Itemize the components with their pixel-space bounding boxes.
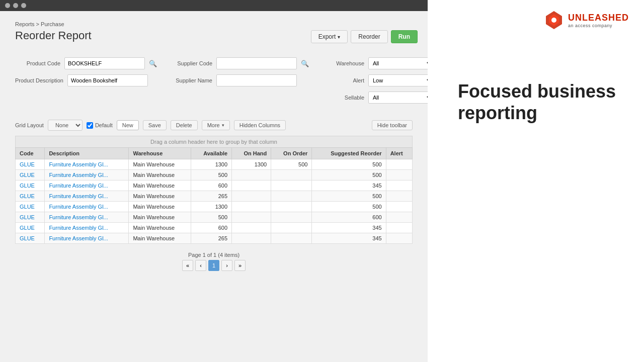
logo-area: UNLEASHED an access company <box>544 10 629 30</box>
supplier-code-search-icon[interactable]: 🔍 <box>301 60 309 67</box>
cell-on-hand: 1300 <box>232 159 271 170</box>
breadcrumb-purchase[interactable]: Purchase <box>41 21 64 27</box>
save-button[interactable]: Save <box>143 120 167 130</box>
cell-available: 265 <box>191 191 232 202</box>
cell-description[interactable]: Furniture Assembly Gl... <box>45 180 129 191</box>
col-warehouse: Warehouse <box>129 148 191 159</box>
warehouse-row: Warehouse All Main Warehouse <box>319 57 428 69</box>
cell-warehouse: Main Warehouse <box>129 180 191 191</box>
export-button[interactable]: Export <box>311 30 348 43</box>
window-dot-1 <box>5 3 10 8</box>
run-button[interactable]: Run <box>391 30 418 43</box>
cell-description[interactable]: Furniture Assembly Gl... <box>45 170 129 180</box>
logo-name: UNLEASHED <box>568 13 629 23</box>
unleashed-logo-icon <box>544 10 564 30</box>
logo-subtitle: an access company <box>568 23 629 28</box>
cell-alert <box>386 159 412 170</box>
default-checkbox[interactable] <box>87 122 93 129</box>
cell-code[interactable]: GLUE <box>16 180 45 191</box>
breadcrumb-reports[interactable]: Reports <box>15 21 35 27</box>
cell-on-order <box>271 191 312 202</box>
grid-layout-label: Grid Layout <box>15 122 44 128</box>
cell-warehouse: Main Warehouse <box>129 191 191 202</box>
col-code: Code <box>16 148 45 159</box>
cell-description[interactable]: Furniture Assembly Gl... <box>45 223 129 233</box>
left-panel: Export Reorder Run Reports > Purchase Re… <box>0 0 428 362</box>
product-desc-input[interactable] <box>67 74 148 86</box>
col-alert: Alert <box>386 148 412 159</box>
cell-code[interactable]: GLUE <box>16 191 45 202</box>
cell-on-hand <box>232 191 271 202</box>
page-1-button[interactable]: 1 <box>208 260 219 271</box>
cell-description[interactable]: Furniture Assembly Gl... <box>45 191 129 202</box>
cell-available: 600 <box>191 180 232 191</box>
cell-on-hand <box>232 212 271 223</box>
supplier-name-label: Supplier Name <box>167 77 212 83</box>
supplier-code-row: Supplier Code 🔍 <box>167 57 309 69</box>
cell-code[interactable]: GLUE <box>16 202 45 212</box>
warehouse-select[interactable]: All Main Warehouse <box>368 57 428 69</box>
cell-alert <box>386 233 412 244</box>
cell-on-order <box>271 212 312 223</box>
alert-label: Alert <box>319 77 364 83</box>
hidden-columns-button[interactable]: Hidden Columns <box>234 120 286 130</box>
product-code-row: Product Code 🔍 <box>15 57 157 69</box>
delete-button[interactable]: Delete <box>171 120 198 130</box>
alert-row: Alert Low Medium High All <box>319 74 428 86</box>
col-description: Description <box>45 148 129 159</box>
cell-on-hand <box>232 233 271 244</box>
cell-alert <box>386 180 412 191</box>
header-buttons: Export Reorder Run <box>311 30 418 43</box>
cell-suggested-reorder: 600 <box>312 212 386 223</box>
cell-available: 500 <box>191 212 232 223</box>
cell-code[interactable]: GLUE <box>16 233 45 244</box>
layout-select[interactable]: None <box>48 120 83 131</box>
table-row: GLUE Furniture Assembly Gl... Main Wareh… <box>16 233 413 244</box>
breadcrumb-separator: > <box>36 21 41 27</box>
col-available: Available <box>191 148 232 159</box>
page-last-button[interactable]: » <box>234 260 246 271</box>
cell-warehouse: Main Warehouse <box>129 233 191 244</box>
page-first-button[interactable]: « <box>182 260 193 271</box>
hide-toolbar-button[interactable]: Hide toolbar <box>372 120 413 130</box>
col-suggested-reorder: Suggested Reorder <box>312 148 386 159</box>
supplier-name-input[interactable] <box>216 74 297 86</box>
cell-suggested-reorder: 500 <box>312 202 386 212</box>
reorder-button[interactable]: Reorder <box>351 30 387 43</box>
cell-suggested-reorder: 345 <box>312 223 386 233</box>
default-label: Default <box>95 122 113 128</box>
filter-form: Product Code 🔍 Supplier Code 🔍 Warehouse… <box>15 52 413 109</box>
sellable-select[interactable]: All Yes No <box>368 92 428 104</box>
cell-code[interactable]: GLUE <box>16 212 45 223</box>
cell-on-hand <box>232 180 271 191</box>
marketing-line2: reporting <box>458 102 616 124</box>
right-panel: UNLEASHED an access company Focused busi… <box>428 0 644 362</box>
cell-description[interactable]: Furniture Assembly Gl... <box>45 202 129 212</box>
cell-suggested-reorder: 345 <box>312 233 386 244</box>
cell-on-order: 500 <box>271 159 312 170</box>
cell-warehouse: Main Warehouse <box>129 159 191 170</box>
new-button[interactable]: New <box>117 120 139 130</box>
product-code-search-icon[interactable]: 🔍 <box>149 60 157 67</box>
cell-code[interactable]: GLUE <box>16 170 45 180</box>
table-row: GLUE Furniture Assembly Gl... Main Wareh… <box>16 170 413 180</box>
pagination-info: Page 1 of 1 (4 items) <box>15 252 413 258</box>
main-content: Reports > Purchase Reorder Report Produc… <box>0 11 428 362</box>
cell-on-order <box>271 233 312 244</box>
cell-description[interactable]: Furniture Assembly Gl... <box>45 233 129 244</box>
cell-alert <box>386 170 412 180</box>
alert-select[interactable]: Low Medium High All <box>368 74 428 86</box>
product-code-input[interactable] <box>64 57 145 69</box>
cell-available: 1300 <box>191 202 232 212</box>
cell-description[interactable]: Furniture Assembly Gl... <box>45 159 129 170</box>
page-next-button[interactable]: › <box>221 260 232 271</box>
cell-code[interactable]: GLUE <box>16 223 45 233</box>
window-dot-2 <box>13 3 18 8</box>
page-prev-button[interactable]: ‹ <box>195 260 206 271</box>
cell-warehouse: Main Warehouse <box>129 170 191 180</box>
supplier-code-input[interactable] <box>216 57 297 69</box>
more-button[interactable]: More <box>202 120 230 130</box>
cell-description[interactable]: Furniture Assembly Gl... <box>45 212 129 223</box>
supplier-name-row: Supplier Name <box>167 74 309 86</box>
cell-code[interactable]: GLUE <box>16 159 45 170</box>
